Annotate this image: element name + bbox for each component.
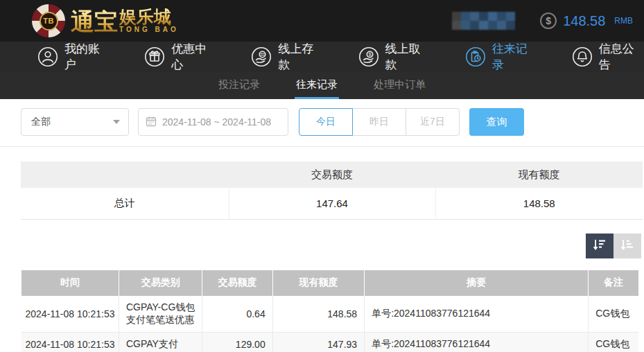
range-last7days-button[interactable]: 近7日	[406, 108, 460, 136]
cell-note: CG钱包	[589, 332, 638, 352]
cell-type: CGPAY支付	[119, 332, 202, 352]
section-divider	[0, 146, 644, 147]
logo-title-en: TONG BAO	[119, 26, 179, 33]
tab-pending-orders[interactable]: 处理中订单	[372, 72, 427, 99]
user-icon	[37, 46, 58, 67]
col-header-note: 备注	[589, 270, 638, 296]
nav-item-promotions[interactable]: 优惠中心	[144, 41, 216, 73]
filter-bar: 全部 2024-11-08 ~ 2024-11-08 今日 昨日 近7日 查询	[21, 108, 644, 136]
query-button[interactable]: 查询	[469, 108, 524, 136]
date-range-value: 2024-11-08 ~ 2024-11-08	[162, 116, 271, 127]
record-tabs: 投注记录 往来记录 处理中订单	[0, 72, 644, 99]
gift-icon	[144, 46, 165, 67]
records-icon	[465, 46, 486, 67]
cell-note: CG钱包	[589, 296, 638, 333]
nav-label: 信息公告	[599, 41, 644, 73]
username-mosaic	[452, 12, 515, 30]
col-header-summary: 摘要	[365, 270, 589, 296]
summary-total-balance: 148.58	[435, 188, 643, 219]
table-row: 2024-11-08 10:21:53 CGPAY支付 129.00 147.9…	[21, 332, 638, 352]
summary-header-empty	[21, 161, 229, 188]
bell-icon	[572, 46, 593, 67]
cell-balance: 148.58	[272, 296, 364, 333]
col-header-type: 交易类别	[119, 270, 202, 296]
nav-item-deposit[interactable]: 线上存款	[251, 41, 323, 73]
chip-monogram: TB	[40, 12, 58, 30]
summary-table: 交易额度 现有额度 总计 147.64 148.58	[21, 161, 643, 220]
col-header-balance: 现有额度	[272, 270, 364, 296]
main-navigation: 我的账户 优惠中心 线上存款 $	[0, 42, 644, 72]
nav-label: 线上取款	[385, 41, 430, 73]
nav-label: 线上存款	[278, 41, 323, 73]
tab-bet-records[interactable]: 投注记录	[217, 72, 261, 99]
nav-item-announcements[interactable]: 信息公告	[572, 41, 644, 73]
sort-ascending-button[interactable]	[613, 234, 641, 258]
cell-summary: 单号:202411083776121644	[365, 296, 589, 333]
type-select[interactable]: 全部	[21, 108, 129, 136]
nav-label: 我的账户	[64, 41, 110, 73]
summary-header-balance: 现有额度	[435, 161, 643, 188]
cell-balance: 147.93	[272, 332, 364, 352]
cell-summary: 单号:202411083776121644	[365, 332, 589, 352]
transactions-table: 时间 交易类别 交易额度 现有额度 摘要 备注 2024-11-08 10:21…	[21, 270, 638, 352]
top-header: TB 通宝 娱乐城 TONG BAO $ 148.58 RMB	[0, 0, 644, 42]
summary-total-amount: 147.64	[229, 188, 435, 219]
range-today-button[interactable]: 今日	[299, 108, 353, 136]
col-header-amount: 交易额度	[202, 270, 272, 296]
nav-item-transaction-records[interactable]: 往来记录	[465, 41, 537, 73]
sort-descending-button[interactable]	[586, 234, 613, 258]
withdraw-icon: $	[358, 46, 379, 67]
cell-time: 2024-11-08 10:21:53	[21, 332, 119, 352]
nav-label: 往来记录	[492, 41, 537, 73]
sort-amount-desc-icon	[592, 237, 607, 255]
calendar-icon	[146, 116, 157, 129]
chevron-down-icon	[113, 120, 120, 124]
dollar-circle-icon: $	[540, 12, 557, 29]
transactions-header-row: 时间 交易类别 交易额度 现有额度 摘要 备注	[21, 270, 638, 296]
sort-controls	[0, 234, 641, 258]
cell-amount: 0.64	[202, 296, 272, 333]
tab-transaction-records[interactable]: 往来记录	[295, 72, 339, 99]
account-balance[interactable]: $ 148.58 RMB	[540, 12, 633, 29]
table-row: 2024-11-08 10:21:53 CGPAY-CG钱包支付笔笔送优惠 0.…	[21, 296, 638, 333]
sort-amount-asc-icon	[620, 237, 635, 255]
nav-item-withdraw[interactable]: $ 线上取款	[358, 41, 430, 73]
type-select-value: 全部	[31, 116, 51, 128]
balance-currency: RMB	[614, 16, 633, 26]
summary-total-label: 总计	[21, 188, 229, 219]
site-logo[interactable]: TB 通宝 娱乐城 TONG BAO	[32, 4, 179, 37]
logo-title-sub: 娱乐城	[119, 8, 171, 26]
date-range-input[interactable]: 2024-11-08 ~ 2024-11-08	[138, 108, 288, 136]
summary-total-row: 总计 147.64 148.58	[21, 188, 643, 219]
summary-header-amount: 交易额度	[229, 161, 435, 188]
logo-title-main: 通宝	[71, 10, 118, 33]
poker-chip-icon: TB	[32, 4, 65, 37]
quick-range-group: 今日 昨日 近7日	[299, 108, 460, 136]
cell-time: 2024-11-08 10:21:53	[21, 296, 119, 333]
deposit-icon	[251, 46, 272, 67]
balance-amount: 148.58	[563, 13, 605, 29]
cell-type: CGPAY-CG钱包支付笔笔送优惠	[119, 296, 202, 333]
logo-text: 通宝 娱乐城 TONG BAO	[71, 8, 179, 33]
col-header-time: 时间	[21, 270, 119, 296]
nav-label: 优惠中心	[171, 41, 216, 73]
range-yesterday-button[interactable]: 昨日	[352, 108, 406, 136]
nav-item-my-account[interactable]: 我的账户	[37, 41, 110, 73]
redacted-username[interactable]	[452, 12, 515, 30]
cell-amount: 129.00	[202, 332, 272, 352]
